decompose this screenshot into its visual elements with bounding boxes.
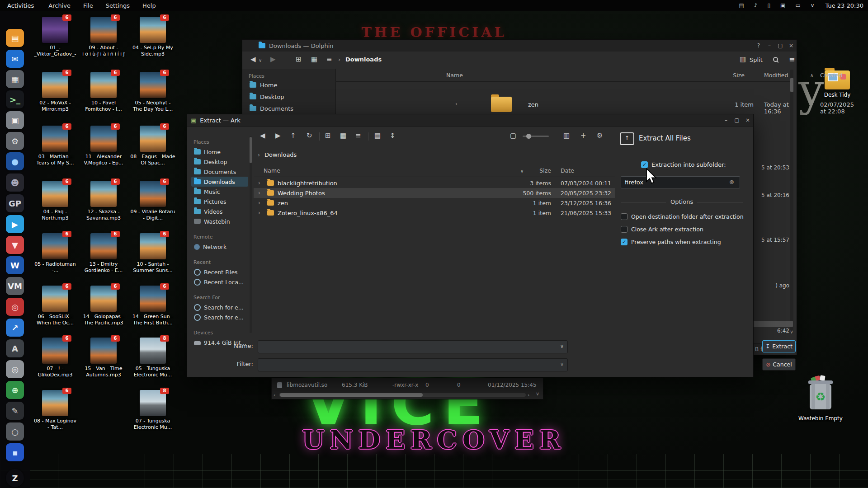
detail-columns-icon[interactable]: ▥ [563, 131, 570, 140]
desktop-file-11-alexander-v-mogilco-e[interactable]: 611 - Alexander V.Mogilco - Ep... [81, 126, 126, 166]
forward-icon[interactable]: ▶ [275, 131, 281, 140]
split-view-icon[interactable]: ▥ [740, 55, 746, 63]
forward-icon[interactable]: ▶ [270, 55, 276, 63]
subfolder-checkbox[interactable]: ✓ [641, 161, 648, 168]
column-header-size[interactable]: Size [717, 72, 745, 79]
details-view-icon[interactable]: ▦ [311, 55, 317, 63]
expand-arrow-icon[interactable]: › [455, 101, 458, 107]
expand-arrow-icon[interactable]: › [254, 180, 265, 186]
desktop-file-08-eagus-made-of-spac[interactable]: 608 - Eagus - Made Of Spac... [130, 126, 175, 166]
dock-files[interactable]: ▤ [6, 29, 24, 47]
back-icon[interactable]: ◀ [260, 131, 265, 140]
column-header-modified[interactable]: Modified [764, 72, 788, 79]
dock-printer[interactable]: ▦ [6, 70, 24, 88]
desktop-file-12-skazka-savanna-mp3[interactable]: 612 - Skazka - Savanna.mp3 [81, 181, 126, 221]
ark-file-row-zen[interactable]: ›zen1 item23/12/2025 16:36 [254, 198, 615, 208]
ark-breadcrumb[interactable]: Downloads [264, 151, 297, 158]
dock-gp-app[interactable]: GP [6, 194, 24, 212]
ark-place-wastebin[interactable]: Wastebin [191, 216, 248, 226]
dock-plane-app[interactable]: ▶ [6, 215, 24, 233]
ark-place-music[interactable]: Music [191, 187, 248, 197]
activities-button[interactable]: Activities [0, 2, 41, 9]
ark-main-window-strip[interactable]: libmozavutil.so 615.3 KiB -rwxr-xr-x 0 0… [271, 378, 543, 399]
subfolder-name-input[interactable] [621, 176, 740, 188]
selection-mode-icon[interactable]: ▢ [510, 131, 516, 140]
help-button[interactable]: ? [753, 42, 764, 49]
column-header-name[interactable]: Name [264, 167, 280, 174]
checkbox[interactable] [621, 213, 627, 220]
menu-settings[interactable]: Settings [106, 2, 130, 9]
icons-view-icon[interactable]: ⊞ [325, 131, 331, 140]
dock-blue-tile-app[interactable]: ▪ [6, 443, 24, 461]
configure-icon[interactable]: ⚙ [597, 131, 603, 140]
dock-marker-app[interactable]: ▼ [6, 236, 24, 254]
desktop-file-06-sooslix-when-the-oc[interactable]: 606 - SooSLiX - When the Oc... [33, 286, 78, 326]
ark-file-row-blacklightretribution[interactable]: ›blacklightretribution3 items07/03/2024 … [254, 178, 615, 188]
compact-view-icon[interactable]: ▦ [340, 131, 346, 140]
up-icon[interactable]: ↑ [290, 131, 296, 140]
dock-ghost-app[interactable]: ☻ [6, 174, 24, 192]
scroll-right-icon[interactable]: › [528, 392, 529, 398]
desktop-file-02-movox-mirror-mp3[interactable]: 602 - MoVoX - Mirror.mp3 [33, 72, 78, 113]
checkbox[interactable] [621, 226, 627, 233]
ark-place-downloads[interactable]: Downloads [191, 177, 248, 187]
zoom-slider[interactable] [523, 136, 549, 137]
name-combo[interactable]: ∨ [258, 340, 568, 353]
cancel-button[interactable]: ⊘ Cancel [762, 358, 796, 371]
ark-file-row-zotero-linux-x86-64[interactable]: ›Zotero_linux-x86_641 item21/06/2025 15:… [254, 208, 615, 218]
list-view-icon[interactable]: ≡ [355, 131, 361, 140]
ark-extract-dialog[interactable]: ▣ Extract — Ark –▢× ◀▶↑↻⊞▦≡▤↕▢▥+⚙ ↑ Extr… [187, 114, 754, 377]
dolphin-breadcrumb[interactable]: Downloads [345, 56, 382, 63]
icons-view-icon[interactable]: ⊞ [296, 55, 302, 63]
ark-place-home[interactable]: Home [191, 147, 248, 157]
phone-icon[interactable]: ▯ [767, 2, 770, 9]
checkbox[interactable]: ✓ [621, 239, 627, 245]
subfolder-label[interactable]: Extraction into subfolder: [651, 161, 726, 168]
ark-file-row-wedding-photos[interactable]: ›Wedding Photos500 items20/05/2025 23:32 [254, 188, 615, 198]
expand-arrow-icon[interactable]: › [254, 200, 265, 206]
minimize-button[interactable]: – [721, 117, 731, 123]
menu-archive[interactable]: Archive [48, 2, 71, 9]
scrollbar-down-icon[interactable]: ∨ [790, 329, 793, 335]
dock-a-app[interactable]: A [6, 339, 24, 357]
dolphin-file-row-zen[interactable]: › zen 1 item Today at 16:36 02/07/2025 a… [335, 94, 792, 116]
ark-place-recent-files[interactable]: Recent Files [191, 267, 248, 277]
desktop-file-05-tunguska-electronic-m[interactable]: 805 - Tunguska Electronic Mu... [130, 338, 175, 378]
expand-arrow-icon[interactable]: › [254, 190, 265, 196]
maximize-button[interactable]: ▢ [775, 42, 786, 49]
list-view-icon[interactable]: ≡ [326, 55, 332, 63]
dock-red-browser[interactable]: ◎ [6, 298, 24, 316]
desktop-file-01-viktor-gradov-the[interactable]: 601_-_Viktor_Gradov_-_The... [33, 17, 78, 58]
expand-arrow-icon[interactable]: › [254, 210, 265, 216]
dolphin-place-desktop[interactable]: Desktop [242, 91, 335, 103]
desktop-file-07-tunguska-electronic-m[interactable]: 807 - Tunguska Electronic Mu... [130, 390, 175, 431]
dolphin-place-home[interactable]: Home [242, 79, 335, 91]
refresh-icon[interactable]: ↻ [307, 131, 312, 140]
clipboard-icon[interactable]: ▤ [739, 2, 744, 9]
ark-place-videos[interactable]: Videos [191, 206, 248, 216]
dock-disc-app[interactable]: ◎ [6, 360, 24, 378]
ark-place-pictures[interactable]: Pictures [191, 197, 248, 206]
option-open-destination-folder-afte[interactable]: Open destination folder after extraction [621, 210, 752, 223]
maximize-button[interactable]: ▢ [731, 117, 742, 123]
desktop-file-13-dmitry-gordienko-e[interactable]: 613 - Dmitry Gordienko - E... [81, 233, 126, 274]
dock-zorin-menu[interactable]: Z [6, 469, 24, 487]
package-icon[interactable]: ▣ [780, 2, 785, 9]
scroll-left-icon[interactable]: ‹ [274, 392, 275, 398]
vertical-scrollbar[interactable] [790, 70, 793, 334]
desktop-file-08-max-loginov-tat[interactable]: 608 - Max Loginov - Tat... [33, 390, 78, 431]
desktop-file-10-pavel-fomitchov-i[interactable]: 610 - Pavel Fomitchov - I... [81, 72, 126, 113]
column-header-name[interactable]: Name [446, 72, 463, 79]
extract-button[interactable]: ↧ Extract [762, 340, 796, 352]
desktop-file-04-pag-north-mp3[interactable]: 604 - Pag - North.mp3 [33, 181, 78, 221]
sidebar-scrollbar[interactable] [250, 136, 252, 333]
ark-place-desktop[interactable]: Desktop [191, 157, 248, 167]
clear-input-icon[interactable]: ⊗ [729, 178, 734, 185]
close-button[interactable]: × [742, 117, 753, 123]
wastebin-icon[interactable]: ♻ Wastebin Empty [796, 375, 845, 422]
scrollbar-thumb[interactable] [790, 78, 793, 92]
dock-share-app[interactable]: ↗ [6, 319, 24, 337]
dolphin-place-documents[interactable]: Documents [242, 103, 335, 114]
hamburger-menu-icon[interactable]: ≡ [789, 55, 795, 64]
ark-place-recent-loca[interactable]: Recent Loca... [191, 277, 248, 287]
